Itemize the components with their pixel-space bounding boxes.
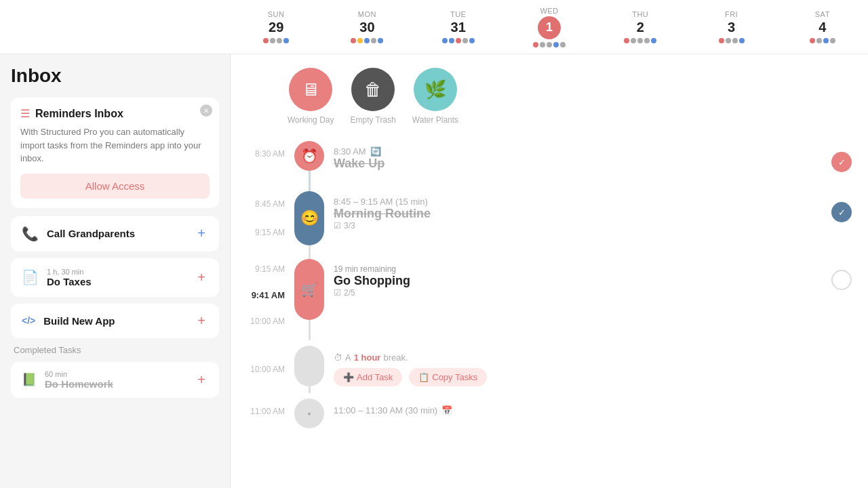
shopping-remaining: 19 min remaining [334, 264, 410, 274]
morning-time-label-start: 8:45 AM [247, 191, 285, 209]
main-content: 🖥 Working Day 🗑 Empty Trash 🌿 Water Plan… [231, 54, 868, 488]
morning-check-button[interactable]: ✓ [831, 202, 852, 222]
shopping-check-button[interactable] [831, 270, 852, 290]
reminders-card: ☰ Reminders Inbox ✕ With Structured Pro … [11, 98, 219, 208]
break-text: ⏱ A 1 hour break. [334, 352, 852, 363]
inbox-item-app: </> Build New App + [11, 304, 219, 338]
shopping-content: 19 min remaining Go Shopping ☑ 2/5 [326, 259, 852, 298]
cal-day-30[interactable]: Mon30 [321, 0, 412, 54]
break-time-label: 10:00 AM [247, 365, 293, 374]
wakeup-check-button[interactable]: ✓ [831, 152, 852, 172]
11am-time-display: 11:00 – 11:30 AM (30 min) 📅 [334, 405, 852, 415]
break-line [309, 386, 311, 393]
cal-day-4[interactable]: Sat4 [777, 0, 868, 54]
shopping-node: 🛒 [293, 259, 326, 340]
reminders-desc: With Structured Pro you can automaticall… [20, 125, 210, 165]
timeline-row-shopping: 9:15 AM 9:41 AM 10:00 AM 🛒 19 min remain… [247, 259, 852, 340]
empty-trash-label: Empty Trash [350, 115, 395, 125]
inbox-item-label-call: Call Grandparents [47, 228, 186, 239]
add-app-button[interactable]: + [195, 313, 208, 329]
11am-icon: ▪ [294, 399, 324, 428]
calendar-bar: Sun29Mon30Tue31Wed1Thu2Fri3Sat4 [0, 0, 868, 54]
add-task-button[interactable]: ➕ Add Task [334, 368, 402, 386]
wakeup-task-name: Wake Up [334, 157, 384, 171]
wakeup-time-label: 8:30 AM [247, 141, 293, 159]
task-icon-water-plants[interactable]: 🌿 Water Plants [412, 68, 458, 125]
add-call-button[interactable]: + [195, 226, 208, 241]
empty-trash-icon-circle: 🗑 [351, 68, 395, 111]
wakeup-line [309, 171, 311, 191]
shopping-subtask: ☑ 2/5 [334, 288, 410, 298]
timeline-row-wakeup: 8:30 AM ⏰ 8:30 AM 🔄 Wake Up ✓ [247, 141, 852, 191]
reminders-card-header: ☰ Reminders Inbox [20, 107, 210, 120]
water-plants-label: Water Plants [412, 115, 458, 125]
wakeup-time-display: 8:30 AM 🔄 [334, 146, 384, 157]
code-icon: </> [22, 315, 35, 326]
timeline: 8:30 AM ⏰ 8:30 AM 🔄 Wake Up ✓ [247, 141, 852, 428]
water-plants-icon-circle: 🌿 [414, 68, 457, 111]
break-content: ⏱ A 1 hour break. ➕ Add Task 📋 Copy Task… [326, 352, 852, 386]
inbox-item-label-app: Build New App [43, 315, 186, 327]
morning-time-labels: 8:45 AM 9:15 AM [247, 191, 293, 237]
shopping-time-label-end: 10:00 AM [247, 317, 285, 326]
sidebar: Inbox ☰ Reminders Inbox ✕ With Structure… [0, 54, 231, 488]
doc-icon: 📄 [22, 269, 39, 285]
allow-access-button[interactable]: Allow Access [20, 174, 210, 199]
morning-content: 8:45 – 9:15 AM (15 min) Morning Routine … [326, 191, 852, 230]
list-icon: ☰ [20, 107, 30, 120]
homework-duration: 60 min [45, 370, 186, 378]
break-bar [294, 346, 324, 386]
break-node [293, 346, 326, 393]
cal-day-2[interactable]: Thu2 [595, 0, 686, 54]
shopping-line [309, 320, 311, 340]
timeline-row-11am: 11:00 AM ▪ 11:00 – 11:30 AM (30 min) 📅 [247, 399, 852, 428]
timeline-break: 10:00 AM ⏱ A 1 hour break. ➕ [247, 346, 852, 393]
task-icon-working-day[interactable]: 🖥 Working Day [288, 68, 334, 125]
working-day-label: Working Day [288, 115, 334, 125]
cal-day-3[interactable]: Fri3 [686, 0, 776, 54]
shopping-icon: 🛒 [294, 259, 324, 320]
task-icons-row: 🖥 Working Day 🗑 Empty Trash 🌿 Water Plan… [247, 68, 852, 125]
completed-title: Completed Tasks [11, 345, 219, 355]
wakeup-icon: ⏰ [294, 141, 324, 171]
completed-section: Completed Tasks 📗 60 min Do Homework + [11, 345, 219, 398]
working-day-icon-circle: 🖥 [289, 68, 332, 111]
cal-day-29[interactable]: Sun29 [231, 0, 321, 54]
morning-subtask: ☑ 3/3 [334, 221, 431, 230]
page-title: Inbox [11, 65, 219, 87]
shopping-time-labels: 9:15 AM 9:41 AM 10:00 AM [247, 259, 293, 326]
phone-icon: 📞 [22, 226, 39, 242]
inbox-item-call: 📞 Call Grandparents + [11, 216, 219, 251]
completed-label-homework: Do Homework [45, 378, 186, 390]
main-layout: Inbox ☰ Reminders Inbox ✕ With Structure… [0, 54, 868, 488]
11am-content: 11:00 – 11:30 AM (30 min) 📅 [326, 399, 852, 415]
close-button[interactable]: ✕ [200, 104, 212, 117]
shopping-task-name: Go Shopping [334, 274, 410, 288]
shopping-time-label-start: 9:15 AM [247, 259, 285, 274]
reminders-title: Reminders Inbox [35, 108, 123, 120]
11am-time-label: 11:00 AM [247, 399, 293, 416]
cal-day-1[interactable]: Wed1 [504, 0, 595, 54]
morning-task-name: Morning Routine [334, 207, 431, 221]
book-icon: 📗 [22, 372, 37, 387]
inbox-item-taxes: 📄 1 h, 30 min Do Taxes + [11, 258, 219, 297]
morning-icon: 😊 [294, 191, 324, 245]
inbox-item-label-taxes: Do Taxes [47, 276, 186, 287]
add-homework-button[interactable]: + [195, 372, 208, 388]
break-duration: 1 hour [354, 352, 381, 363]
wakeup-content: 8:30 AM 🔄 Wake Up ✓ [326, 141, 852, 172]
morning-time-display: 8:45 – 9:15 AM (15 min) [334, 197, 431, 207]
wakeup-node: ⏰ [293, 141, 326, 191]
11am-node: ▪ [293, 399, 326, 428]
copy-tasks-button[interactable]: 📋 Copy Tasks [409, 368, 487, 386]
morning-time-label-end: 9:15 AM [247, 228, 285, 237]
morning-line [309, 245, 311, 259]
add-taxes-button[interactable]: + [195, 270, 208, 285]
break-actions: ➕ Add Task 📋 Copy Tasks [334, 368, 852, 386]
shopping-time-label-current: 9:41 AM [247, 290, 285, 300]
completed-item-homework: 📗 60 min Do Homework + [11, 362, 219, 398]
task-icon-empty-trash[interactable]: 🗑 Empty Trash [350, 68, 395, 125]
taxes-duration: 1 h, 30 min [47, 268, 186, 276]
cal-day-31[interactable]: Tue31 [413, 0, 504, 54]
morning-node: 😊 [293, 191, 326, 259]
